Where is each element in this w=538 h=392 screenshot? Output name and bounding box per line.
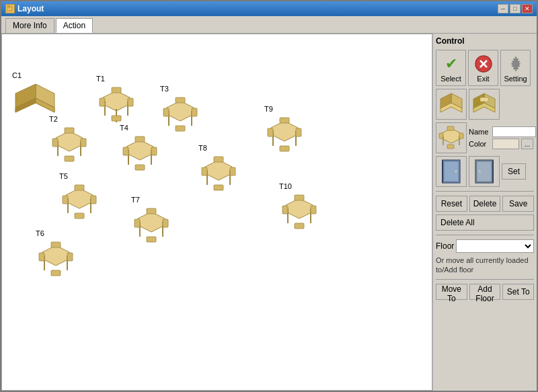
svg-rect-40 xyxy=(75,213,84,219)
table-svg-t1 xyxy=(96,84,137,128)
table-item[interactable]: T2 xyxy=(49,115,89,170)
name-input[interactable] xyxy=(492,126,536,137)
exit-button[interactable]: Exit xyxy=(468,50,498,86)
save-button[interactable]: Save xyxy=(502,196,534,212)
svg-rect-35 xyxy=(151,147,157,155)
top-button-row: ✔ Select Exit xyxy=(436,50,534,86)
table-svg-t7 xyxy=(131,205,171,249)
svg-marker-57 xyxy=(205,160,232,180)
delete-all-button[interactable]: Delete All xyxy=(436,214,534,231)
svg-rect-39 xyxy=(75,185,84,190)
set-to-button[interactable]: Set To xyxy=(502,284,534,300)
floor-label: Floor xyxy=(436,241,454,251)
tab-more-info[interactable]: More Info xyxy=(5,18,54,33)
svg-rect-1 xyxy=(7,5,10,7)
table-item[interactable]: C1 xyxy=(12,71,59,120)
gear-icon xyxy=(505,53,527,75)
table-item[interactable]: T8 xyxy=(198,144,239,199)
add-floor-button[interactable]: Add Floor xyxy=(469,284,501,300)
svg-marker-43 xyxy=(42,245,69,266)
table-item[interactable]: T9 xyxy=(264,105,305,160)
title-bar-left: Layout xyxy=(5,4,44,13)
table-svg-t10 xyxy=(279,192,319,235)
select-button[interactable]: ✔ Select xyxy=(436,50,466,86)
canvas-area[interactable]: C1 T1 xyxy=(1,34,432,391)
svg-rect-95 xyxy=(459,133,463,139)
control-panel: Control ✔ Select xyxy=(432,34,537,391)
svg-rect-28 xyxy=(192,108,197,116)
title-bar: Layout ─ □ ✕ xyxy=(1,1,537,16)
svg-rect-67 xyxy=(280,118,289,123)
table-item[interactable]: T3 xyxy=(160,85,200,140)
svg-rect-14 xyxy=(128,98,133,106)
window-icon xyxy=(5,4,15,13)
table-item[interactable]: T10 xyxy=(279,182,319,237)
svg-rect-68 xyxy=(280,146,289,151)
svg-marker-15 xyxy=(56,131,83,151)
svg-rect-77 xyxy=(311,206,316,214)
counter-style-2-button[interactable] xyxy=(469,89,500,120)
svg-point-102 xyxy=(478,170,481,173)
svg-marker-36 xyxy=(66,188,93,208)
svg-marker-50 xyxy=(138,212,165,232)
svg-rect-88 xyxy=(480,97,488,102)
set-button[interactable]: Set xyxy=(502,163,526,180)
svg-marker-22 xyxy=(167,101,194,121)
svg-rect-32 xyxy=(135,136,145,142)
svg-rect-34 xyxy=(123,147,128,155)
setting-button[interactable]: Setting xyxy=(500,50,531,86)
table-item[interactable]: T1 xyxy=(96,75,137,130)
svg-rect-27 xyxy=(163,108,169,116)
svg-point-98 xyxy=(455,170,457,173)
svg-rect-26 xyxy=(176,126,185,131)
reset-button[interactable]: Reset xyxy=(436,196,467,212)
counter-style-1-button[interactable] xyxy=(436,89,467,120)
exit-icon xyxy=(473,53,494,75)
table-icon-button[interactable] xyxy=(436,122,467,153)
rds-row: Reset Delete Save xyxy=(436,196,534,212)
door-row: Set xyxy=(436,156,534,187)
table-item[interactable]: T7 xyxy=(131,196,171,251)
separator-3 xyxy=(436,279,534,280)
svg-marker-7 xyxy=(103,91,130,111)
move-to-button[interactable]: Move To xyxy=(436,284,467,300)
svg-rect-60 xyxy=(214,157,223,162)
tab-action[interactable]: Action xyxy=(56,18,93,33)
svg-rect-33 xyxy=(135,165,145,170)
svg-rect-61 xyxy=(214,185,223,190)
door-style-2-button[interactable] xyxy=(469,156,500,187)
svg-rect-56 xyxy=(163,219,168,227)
door-style-1-button[interactable] xyxy=(436,156,467,187)
color-picker-button[interactable]: ... xyxy=(521,139,533,149)
window-controls: ─ □ ✕ xyxy=(498,4,533,13)
delete-button[interactable]: Delete xyxy=(469,196,501,212)
table-svg-t4 xyxy=(120,133,160,177)
main-window: Layout ─ □ ✕ More Info Action C1 xyxy=(0,0,538,392)
close-button[interactable]: ✕ xyxy=(522,4,533,13)
table-item[interactable]: T4 xyxy=(120,124,160,179)
svg-rect-13 xyxy=(100,98,105,106)
floor-select[interactable] xyxy=(456,239,534,253)
svg-rect-18 xyxy=(65,128,74,133)
svg-rect-74 xyxy=(295,195,304,200)
name-color-section: Name Color ... xyxy=(469,126,536,149)
svg-rect-11 xyxy=(112,87,121,93)
svg-rect-19 xyxy=(65,156,74,161)
svg-rect-94 xyxy=(439,133,443,139)
table-item[interactable]: T6 xyxy=(36,229,76,284)
minimize-button[interactable]: ─ xyxy=(498,4,508,13)
svg-marker-64 xyxy=(271,121,298,141)
svg-marker-71 xyxy=(286,198,313,219)
svg-rect-53 xyxy=(147,208,156,214)
svg-rect-93 xyxy=(447,145,454,149)
floor-row: Floor xyxy=(436,239,534,253)
floor-action-row: Move To Add Floor Set To xyxy=(436,284,534,300)
svg-rect-12 xyxy=(112,116,121,121)
table-item[interactable]: T5 xyxy=(59,172,100,227)
table-svg-t3 xyxy=(160,94,200,138)
separator-1 xyxy=(436,191,534,192)
maximize-button[interactable]: □ xyxy=(510,4,521,13)
name-row: Name xyxy=(469,126,536,137)
separator-2 xyxy=(436,235,534,235)
svg-rect-92 xyxy=(447,126,454,130)
